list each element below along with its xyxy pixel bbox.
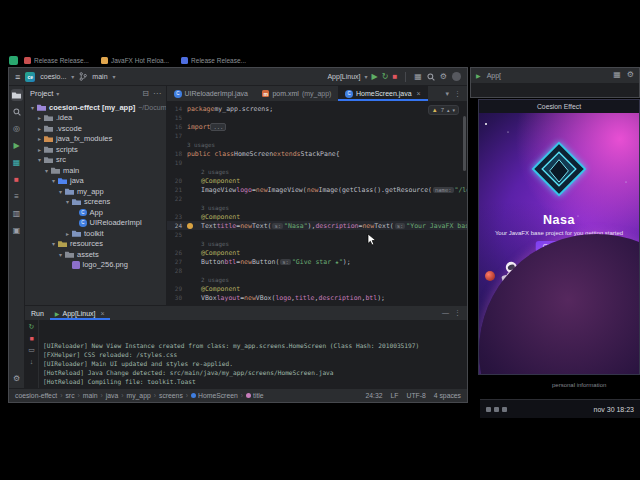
tree-item[interactable]: ▸toolkit: [25, 228, 166, 239]
tree-toggle-icon[interactable]: ▸: [36, 125, 43, 132]
run-config-selector[interactable]: App[Linux]: [327, 73, 360, 80]
code-line[interactable]: 28: [167, 266, 467, 275]
tree-item[interactable]: ▾main: [25, 165, 166, 176]
tree-toggle-icon[interactable]: ▸: [36, 114, 43, 121]
code-area[interactable]: 14package my_app.screens;1516import ... …: [167, 102, 467, 305]
tree-item[interactable]: ▾screens: [25, 197, 166, 208]
window-tab[interactable]: Release Release...: [24, 57, 89, 64]
code-line[interactable]: 23@Component: [167, 212, 467, 221]
line-separator[interactable]: LF: [391, 392, 399, 399]
tree-toggle-icon[interactable]: ▸: [36, 135, 43, 142]
database-icon[interactable]: ▥: [11, 208, 23, 220]
main-menu-icon[interactable]: ≡: [15, 72, 20, 82]
breadcrumb-item[interactable]: java: [106, 392, 118, 399]
code-line[interactable]: 17: [167, 131, 467, 140]
more-icon[interactable]: ⋮: [454, 90, 461, 98]
tree-item[interactable]: logo_256.png: [25, 260, 166, 271]
chevron-up-icon[interactable]: ▴: [447, 107, 450, 113]
more-options-icon[interactable]: ⋯: [153, 89, 161, 98]
code-line[interactable]: 29@Component: [167, 284, 467, 293]
tree-item[interactable]: ▸scripts: [25, 144, 166, 155]
app-window-title[interactable]: Coesion Effect: [479, 100, 639, 113]
indent-setting[interactable]: 4 spaces: [434, 392, 461, 399]
code-line[interactable]: 15: [167, 113, 467, 122]
tree-item[interactable]: ▾src: [25, 155, 166, 166]
code-line[interactable]: 20@Component: [167, 176, 467, 185]
usages-hint[interactable]: 3 usages: [201, 241, 229, 247]
tree-toggle-icon[interactable]: ▾: [36, 156, 43, 163]
more-icon[interactable]: ⋮: [454, 309, 461, 317]
tree-toggle-icon[interactable]: ▾: [64, 198, 71, 205]
branch-selector[interactable]: main: [92, 73, 107, 80]
settings-gear-icon[interactable]: ⚙: [627, 71, 634, 79]
commit-icon[interactable]: ◎: [11, 123, 23, 135]
code-line[interactable]: 21ImageView logo = new ImageView(new Ima…: [167, 185, 467, 194]
grid-icon[interactable]: ▦: [613, 71, 621, 79]
code-line[interactable]: 19: [167, 158, 467, 167]
avatar[interactable]: [452, 72, 461, 81]
run-button[interactable]: ▶: [372, 73, 378, 81]
tree-item[interactable]: ▾resources: [25, 239, 166, 250]
clock[interactable]: nov 30 18:23: [594, 406, 634, 413]
code-line[interactable]: 3 usages: [167, 140, 467, 149]
tree-toggle-icon[interactable]: ▾: [57, 188, 64, 195]
editor-scrollbar[interactable]: [463, 116, 466, 171]
tree-item[interactable]: ▾java: [25, 176, 166, 187]
editor-tab[interactable]: CHomeScreen.java×: [338, 86, 427, 101]
breadcrumb-item[interactable]: title: [246, 392, 264, 399]
tree-item[interactable]: ▸.vscode: [25, 123, 166, 134]
editor-tab[interactable]: mpom.xml(my_app): [255, 86, 339, 101]
code-line[interactable]: 22: [167, 194, 467, 203]
tree-toggle-icon[interactable]: ▸: [64, 230, 71, 237]
project-selector[interactable]: coesio...: [40, 73, 66, 80]
code-line[interactable]: 24Text title = new Text(s: "Nasa"), desc…: [167, 221, 467, 230]
tree-toggle-icon[interactable]: ▾: [50, 177, 57, 184]
rerun-button[interactable]: ↻: [382, 73, 389, 81]
tree-item[interactable]: ▾coesion-effect [my_app]~/Docum: [25, 102, 166, 113]
window-tab[interactable]: JavaFX Hot Reloa...: [101, 57, 169, 64]
close-tab-icon[interactable]: ×: [417, 90, 421, 97]
code-line[interactable]: 14package my_app.screens;: [167, 104, 467, 113]
search-icon[interactable]: [11, 106, 23, 118]
code-line[interactable]: 30VBox layout = new VBox(logo, title, de…: [167, 293, 467, 302]
run-icon[interactable]: ▶: [476, 72, 481, 79]
code-line[interactable]: 25: [167, 230, 467, 239]
editor-tab[interactable]: CUIReloaderImpl.java: [167, 86, 255, 101]
minimize-icon[interactable]: —: [442, 309, 449, 317]
tray-icon[interactable]: [486, 407, 491, 412]
search-icon[interactable]: [427, 73, 435, 81]
tray-icon[interactable]: [9, 56, 18, 65]
debug-icon[interactable]: ■: [11, 174, 23, 186]
code-line[interactable]: 2 usages: [167, 275, 467, 284]
code-line[interactable]: 18public class HomeScreen extends StackP…: [167, 149, 467, 158]
terminal-icon[interactable]: ▣: [11, 225, 23, 237]
tree-item[interactable]: ▸.idea: [25, 113, 166, 124]
breadcrumb-item[interactable]: HomeScreen: [191, 392, 238, 399]
chevron-down-icon[interactable]: ▾: [452, 107, 455, 113]
code-line[interactable]: 3 usages: [167, 203, 467, 212]
tab-list-icon[interactable]: ▾: [445, 90, 449, 98]
window-tab[interactable]: Release Release...: [181, 57, 246, 64]
structure-icon[interactable]: ≡: [11, 191, 23, 203]
usages-hint[interactable]: 3 usages: [187, 142, 215, 148]
settings-icon[interactable]: ⚙: [11, 373, 23, 385]
close-tab-icon[interactable]: ×: [101, 310, 105, 317]
project-panel-title[interactable]: Project: [30, 89, 53, 98]
code-line[interactable]: 2 usages: [167, 167, 467, 176]
usages-hint[interactable]: 2 usages: [201, 277, 229, 283]
inspections-widget[interactable]: ▲ 7 ▴ ▾: [428, 105, 459, 115]
tree-toggle-icon[interactable]: ▾: [29, 104, 36, 111]
breadcrumb-item[interactable]: src: [65, 392, 74, 399]
grid-icon[interactable]: ▦: [414, 73, 422, 81]
code-line[interactable]: 26@Component: [167, 248, 467, 257]
usages-hint[interactable]: 2 usages: [201, 169, 229, 175]
project-icon[interactable]: [11, 89, 23, 101]
breadcrumb-item[interactable]: screens: [159, 392, 183, 399]
breadcrumb-item[interactable]: coesion-effect: [15, 392, 57, 399]
tree-toggle-icon[interactable]: ▾: [57, 251, 64, 258]
breadcrumb-item[interactable]: main: [83, 392, 98, 399]
code-line[interactable]: 27Button btl = new Button(s: "Give star …: [167, 257, 467, 266]
code-line[interactable]: 3 usages: [167, 239, 467, 248]
intention-bulb-icon[interactable]: [187, 223, 193, 229]
tree-item[interactable]: CUIReloaderImpl: [25, 218, 166, 229]
